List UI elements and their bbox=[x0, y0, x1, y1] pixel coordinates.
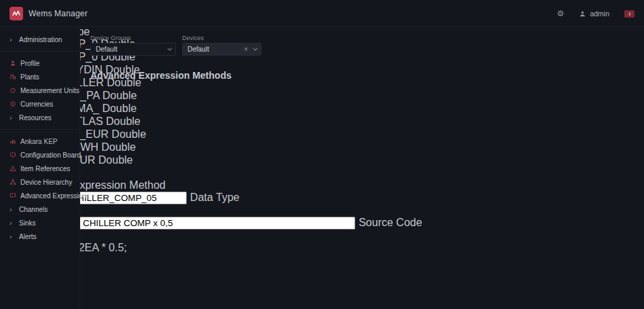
description-field[interactable] bbox=[57, 217, 355, 230]
source-code-label: Source Code bbox=[359, 217, 422, 228]
chevron-right-icon: › bbox=[10, 206, 15, 213]
source-code-editor[interactable]: 1 return ID0106012EA * 0.5; bbox=[0, 230, 644, 254]
monitor-icon bbox=[10, 151, 16, 158]
data-type-label: Data Type bbox=[190, 192, 240, 203]
sidebar-item-channels[interactable]: › Channels bbox=[0, 202, 79, 216]
chevron-right-icon: › bbox=[10, 219, 15, 227]
device-groups-label: Device Groups bbox=[90, 35, 131, 41]
modal-title: Edit Advanced Expression Method bbox=[0, 179, 644, 192]
sidebar-item-item-references[interactable]: Item References bbox=[0, 162, 79, 175]
chevron-right-icon: › bbox=[10, 114, 15, 122]
sidebar: › Administration Profile Plants Measurem… bbox=[0, 27, 80, 309]
sidebar-divider bbox=[0, 51, 79, 52]
row-type: Double bbox=[101, 141, 136, 153]
chevron-right-icon: › bbox=[10, 36, 15, 43]
user-menu[interactable]: admin bbox=[579, 10, 609, 18]
row-type: Double bbox=[103, 90, 137, 101]
pagination: 1 2 › bbox=[0, 167, 644, 179]
table-row: ✎ HUSKY_ATLAS Double bbox=[0, 115, 644, 128]
devices-select[interactable]: Default × bbox=[182, 43, 262, 56]
sidebar-item-resources[interactable]: › Resources bbox=[0, 111, 79, 124]
table-row: ✎ NG_003_EUR Double bbox=[0, 154, 644, 167]
sidebar-item-advanced-expressions[interactable]: Advanced Expressions bbox=[0, 189, 79, 202]
table-row: ✎ ELECTRIC_EUR Double bbox=[0, 128, 644, 141]
table-row: ✎ PRD_07_KWH Double bbox=[0, 141, 644, 154]
row-type: Double bbox=[111, 128, 146, 140]
chevron-down-icon bbox=[167, 46, 172, 51]
edit-expression-modal: Edit Advanced Expression Method × Name D… bbox=[0, 179, 644, 267]
app-root: Wems Manager ⚙ admin › Administration Pr… bbox=[0, 0, 644, 309]
sidebar-item-configuration-board[interactable]: Configuration Board bbox=[0, 148, 79, 162]
profile-icon bbox=[10, 60, 16, 67]
sidebar-item-alerts[interactable]: › Alerts bbox=[0, 230, 79, 243]
sidebar-divider bbox=[0, 129, 79, 130]
settings-gear-icon[interactable]: ⚙ bbox=[557, 9, 565, 18]
gauge-icon bbox=[10, 87, 16, 94]
sidebar-item-ankara-kep[interactable]: Ankara KEP bbox=[0, 134, 79, 148]
clear-icon[interactable]: × bbox=[244, 46, 248, 53]
chevron-right-icon: › bbox=[10, 233, 15, 240]
table-row: ✎ GWK_ANA_PA Double bbox=[0, 90, 644, 103]
coin-icon bbox=[10, 101, 16, 107]
brand[interactable]: Wems Manager bbox=[10, 7, 88, 20]
devices-label: Devices bbox=[182, 35, 204, 41]
user-icon bbox=[579, 10, 586, 18]
device-groups-select[interactable]: Default bbox=[90, 43, 176, 56]
sidebar-item-measurement-units[interactable]: Measurement Units bbox=[0, 84, 79, 97]
sidebar-item-plants[interactable]: Plants bbox=[0, 70, 79, 84]
bar-chart-icon bbox=[10, 138, 16, 145]
table-row: ✎ AYDINLATMA_ Double bbox=[0, 103, 644, 115]
sidebar-item-sinks[interactable]: › Sinks bbox=[0, 216, 79, 230]
warning-icon bbox=[10, 165, 16, 172]
row-type: Double bbox=[99, 154, 133, 166]
line-number: 1 bbox=[0, 230, 644, 242]
hierarchy-icon bbox=[10, 179, 16, 185]
sidebar-item-currencies[interactable]: Currencies bbox=[0, 97, 79, 111]
language-flag-icon[interactable] bbox=[624, 10, 634, 18]
row-type: Double bbox=[102, 103, 137, 114]
sidebar-item-administration[interactable]: › Administration bbox=[0, 33, 79, 46]
brand-title: Wems Manager bbox=[29, 9, 88, 18]
code-line: return ID0106012EA * 0.5; bbox=[0, 242, 644, 254]
plants-icon bbox=[10, 73, 16, 80]
topbar: Wems Manager ⚙ admin bbox=[0, 0, 644, 27]
expression-icon bbox=[10, 192, 16, 199]
row-type: Double bbox=[106, 115, 141, 127]
chevron-down-icon bbox=[253, 46, 257, 51]
wems-logo-icon bbox=[10, 7, 23, 20]
page-title: Advanced Expression Methods bbox=[90, 70, 232, 81]
sidebar-item-device-hierarchy[interactable]: Device Hierarchy bbox=[0, 175, 79, 189]
user-name: admin bbox=[590, 10, 609, 18]
sidebar-item-profile[interactable]: Profile bbox=[0, 56, 79, 70]
